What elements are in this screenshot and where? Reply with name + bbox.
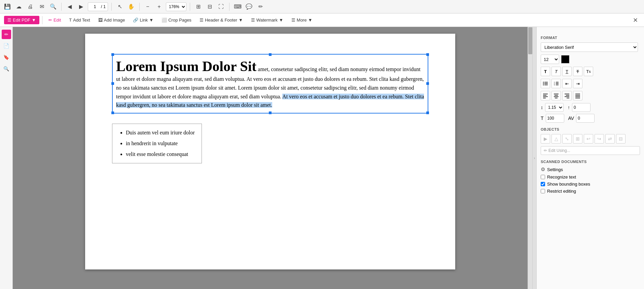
add-text-label: Add Text — [73, 18, 90, 23]
close-button[interactable]: ✕ — [631, 15, 640, 25]
sidebar-bookmarks-btn[interactable]: 🔖 — [2, 53, 11, 62]
list-item: Duis autem vel eum iriure dolor — [126, 127, 195, 138]
fit-width-button[interactable]: ⊟ — [205, 2, 214, 11]
fit-page-button[interactable]: ⊞ — [193, 2, 203, 11]
sidebar-pages-btn[interactable]: 📄 — [2, 41, 11, 51]
document-text-content: Lorem Ipsum Dolor Sit amet, consetetur s… — [116, 58, 424, 109]
handle-bottom-right[interactable] — [426, 111, 429, 114]
obj-forward-button[interactable]: ▶ — [541, 134, 550, 143]
handle-middle-right[interactable] — [426, 82, 429, 85]
gear-icon: ⚙ — [541, 166, 545, 172]
panel-expand-handle[interactable]: › — [532, 27, 536, 289]
handle-bottom-center[interactable] — [269, 111, 272, 114]
edit-pdf-button[interactable]: ☰ Edit PDF ▼ — [4, 16, 39, 24]
handle-top-center[interactable] — [269, 53, 272, 56]
bold-button[interactable]: T — [541, 67, 550, 76]
svg-rect-21 — [566, 95, 569, 96]
sidebar-search-btn[interactable]: 🔍 — [2, 64, 11, 73]
handle-top-right[interactable] — [426, 53, 429, 56]
watermark-button[interactable]: ☰ Watermark ▼ — [248, 16, 287, 24]
show-bounding-boxes-checkbox[interactable] — [541, 182, 545, 186]
unordered-list-button[interactable] — [541, 79, 550, 88]
svg-rect-26 — [575, 96, 580, 97]
font-size-select[interactable]: 12 891011 14161824 — [541, 55, 559, 64]
font-select-row: Liberation Serif — [541, 42, 640, 52]
page-number-input[interactable] — [90, 4, 100, 9]
increase-indent-button[interactable]: ⇥ — [573, 79, 582, 88]
sidebar-edit-btn[interactable]: ✏ — [2, 30, 11, 39]
bullet-list-box: Duis autem vel eum iriure dolor in hendr… — [112, 124, 202, 163]
align-left-button[interactable] — [541, 91, 550, 100]
align-justify-button[interactable] — [573, 91, 582, 100]
svg-rect-24 — [575, 94, 580, 94]
top-toolbar: 💾 ☁ 🖨 ✉ 🔍 ◀ ▶ / 1 ↖ ✋ − + 176% 100% 150%… — [0, 0, 644, 13]
edit-using-label: Edit Using... — [548, 148, 570, 153]
more-button[interactable]: ☰ More ▼ — [288, 16, 316, 24]
align-center-button[interactable] — [551, 91, 561, 100]
prev-page-button[interactable]: ◀ — [65, 2, 74, 11]
scroll-thumb[interactable] — [528, 27, 532, 54]
crop-pages-button[interactable]: ⬜ Crop Pages — [158, 16, 195, 24]
add-text-icon: T — [69, 18, 72, 23]
text-selection-box[interactable]: Lorem Ipsum Dolor Sit amet, consetetur s… — [112, 54, 428, 114]
obj-group-button[interactable]: ⊟ — [616, 134, 625, 143]
obj-redo-button[interactable]: ↪ — [595, 134, 604, 143]
zoom-out-button[interactable]: − — [143, 2, 152, 11]
char-spacing-row: T AV — [541, 114, 640, 123]
keyboard-button[interactable]: ⌨ — [233, 2, 242, 11]
select-tool-button[interactable]: ↖ — [115, 2, 124, 11]
link-button[interactable]: 🔗 Link ▼ — [130, 16, 157, 24]
zoom-select[interactable]: 176% 100% 150% 200% — [166, 2, 186, 11]
handle-top-left[interactable] — [111, 53, 114, 56]
pdf-scrollbar[interactable] — [528, 27, 532, 289]
restrict-editing-checkbox[interactable] — [541, 189, 545, 193]
search-button[interactable]: 🔍 — [48, 2, 58, 11]
comment-button[interactable]: 💬 — [244, 2, 254, 11]
align-right-button[interactable] — [562, 91, 572, 100]
fullscreen-button[interactable]: ⛶ — [216, 2, 226, 11]
recognize-text-checkbox[interactable] — [541, 175, 545, 179]
add-image-label: Add Image — [104, 18, 125, 23]
obj-resize-button[interactable]: ⤡ — [562, 134, 572, 143]
handle-bottom-left[interactable] — [111, 111, 114, 114]
upload-button[interactable]: ☁ — [14, 2, 24, 11]
handle-middle-left[interactable] — [111, 82, 114, 85]
left-sidebar: ✏ 📄 🔖 🔍 — [0, 27, 13, 289]
underline-button[interactable]: T — [562, 67, 572, 76]
obj-triangle-button[interactable]: △ — [551, 134, 561, 143]
decrease-indent-button[interactable]: ⇤ — [562, 79, 572, 88]
header-footer-label: Header & Footer — [205, 18, 237, 23]
line-spacing-select[interactable]: 1.1511.52 — [545, 103, 564, 112]
superscript-button[interactable]: Ts — [584, 67, 593, 76]
crop-pages-label: Crop Pages — [168, 18, 191, 23]
add-text-button[interactable]: T Add Text — [66, 16, 93, 24]
av-spacing-input[interactable] — [576, 114, 595, 123]
zoom-in-button[interactable]: + — [154, 2, 164, 11]
next-page-button[interactable]: ▶ — [76, 2, 86, 11]
ordered-list-button[interactable]: 1.2.3. — [551, 79, 561, 88]
strikethrough-button[interactable]: T — [573, 67, 582, 76]
right-panel: FORMAT Liberation Serif 12 891011 141618… — [536, 27, 644, 289]
list-item: velit esse molestie consequat — [126, 149, 195, 160]
edit-button[interactable]: ✏ Edit — [45, 16, 64, 24]
font-family-select[interactable]: Liberation Serif — [541, 42, 638, 52]
add-image-button[interactable]: 🖼 Add Image — [95, 16, 129, 24]
line-spacing-row: ↕ 1.1511.52 ↑ — [541, 103, 640, 112]
save-button[interactable]: 💾 — [3, 2, 12, 11]
text-color-button[interactable] — [561, 55, 569, 63]
edit-using-button[interactable]: ✏ Edit Using... — [541, 146, 640, 155]
obj-align-button[interactable]: ⊞ — [573, 134, 582, 143]
obj-undo-button[interactable]: ↩ — [584, 134, 593, 143]
obj-flip-button[interactable]: ⇄ — [605, 134, 615, 143]
print-button[interactable]: 🖨 — [26, 2, 35, 11]
annotate-button[interactable]: ✏ — [256, 2, 265, 11]
settings-row: ⚙ Settings — [541, 166, 640, 172]
italic-button[interactable]: T — [551, 67, 561, 76]
pan-tool-button[interactable]: ✋ — [127, 2, 136, 11]
svg-point-0 — [543, 82, 544, 83]
before-spacing-input[interactable] — [572, 103, 591, 112]
char-spacing-input[interactable] — [546, 114, 564, 123]
email-button[interactable]: ✉ — [37, 2, 46, 11]
restrict-editing-row: Restrict editing — [541, 189, 640, 194]
header-footer-button[interactable]: ☰ Header & Footer ▼ — [196, 16, 246, 24]
